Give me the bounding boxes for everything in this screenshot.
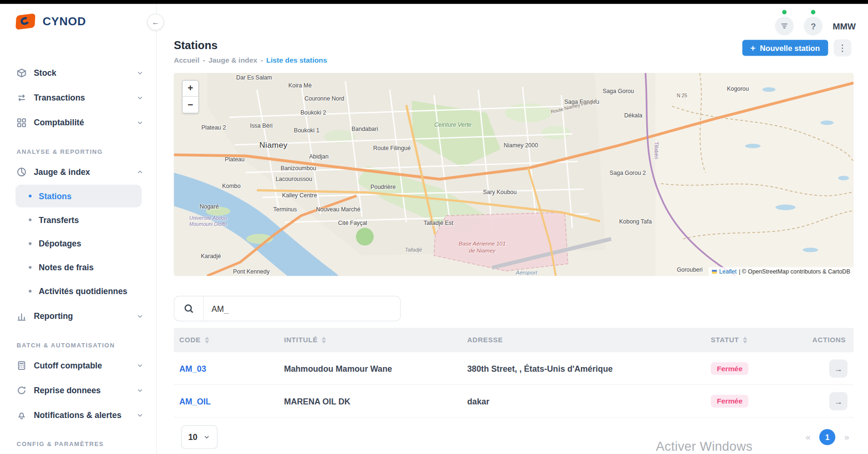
chevron-down-icon xyxy=(203,433,210,440)
title-row: Stations Accueil-Jauge & index-Liste des… xyxy=(174,4,851,64)
title-actions: + Nouvelle station ⋮ xyxy=(742,39,852,57)
chevron-down-icon xyxy=(136,69,144,77)
column-label: INTITULÉ xyxy=(284,336,318,344)
section-analyse-reporting: ANALYSE & REPORTING xyxy=(0,135,156,159)
breadcrumb-accueil[interactable]: Accueil xyxy=(174,56,199,64)
page-size-value: 10 xyxy=(188,432,197,442)
page-controls: « 1 » xyxy=(805,429,849,445)
sidebar-item-label: Jauge & index xyxy=(34,167,90,176)
status-online-dot xyxy=(811,10,815,14)
breadcrumb-separator: - xyxy=(261,56,263,64)
breadcrumb-liste-des-stations[interactable]: Liste des stations xyxy=(266,56,327,64)
app-window: CYNOD Stock Transactions Comptabilité AN… xyxy=(0,0,868,454)
new-station-button[interactable]: + Nouvelle station xyxy=(742,40,828,56)
help-icon[interactable]: ? xyxy=(804,16,823,35)
station-name: MARENA OIL DK xyxy=(284,396,467,405)
column-label: ADRESSE xyxy=(467,336,503,344)
sidebar-item-cutoff-comptable[interactable]: Cutoff comptable xyxy=(0,353,156,378)
column-header-code[interactable]: CODE xyxy=(174,336,284,344)
sidebar-item-transferts[interactable]: Transferts xyxy=(15,209,142,231)
sidebar-item-label: Comptabilité xyxy=(34,118,84,127)
previous-page-button[interactable]: « xyxy=(805,432,810,442)
sort-icon[interactable] xyxy=(743,337,747,343)
stations-map[interactable]: Dar Es SalamKoira MèCouronne NordBoukoki… xyxy=(174,73,853,276)
arrow-right-icon: → xyxy=(834,364,843,373)
calculator-icon xyxy=(16,360,26,370)
bell-icon xyxy=(16,410,26,420)
bullet-icon xyxy=(29,242,32,245)
sidebar-item-depotages[interactable]: Dépotages xyxy=(15,232,142,255)
sidebar-item-label: Reporting xyxy=(34,311,73,321)
chevron-down-icon xyxy=(136,386,144,394)
stations-table: CODE INTITULÉ ADRESSE STATUT xyxy=(174,328,853,418)
column-label: ACTIONS xyxy=(812,336,846,344)
station-code-link[interactable]: AM_03 xyxy=(174,364,284,373)
header-filter-wrap xyxy=(775,9,794,36)
zoom-in-button[interactable]: + xyxy=(182,81,198,97)
column-label: CODE xyxy=(179,336,201,344)
sidebar-item-label: Stock xyxy=(34,68,56,77)
sidebar-item-label: Activités quotidiennes xyxy=(39,287,127,296)
search-input[interactable] xyxy=(203,296,400,321)
leaflet-link[interactable]: Leaflet xyxy=(719,268,737,275)
sidebar-item-label: Notes de frais xyxy=(39,263,94,272)
header-help-wrap: ? xyxy=(804,9,823,36)
search-icon xyxy=(175,296,204,321)
window-top-edge xyxy=(0,0,868,4)
open-station-button[interactable]: → xyxy=(829,392,847,410)
logo-text: CYNOD xyxy=(43,15,86,28)
chevron-down-icon xyxy=(136,312,144,320)
main-area: ? MMW Stations Accueil-Jauge & index-Lis… xyxy=(157,4,868,454)
page-title: Stations xyxy=(174,39,327,52)
page-number-current[interactable]: 1 xyxy=(819,429,835,445)
sort-icon[interactable] xyxy=(204,337,209,343)
chevron-down-icon xyxy=(136,361,144,369)
column-header-intitule[interactable]: INTITULÉ xyxy=(284,336,467,344)
transactions-arrows-icon xyxy=(16,93,26,102)
sidebar-item-activites-quotidiennes[interactable]: Activités quotidiennes xyxy=(15,280,142,302)
station-code-link[interactable]: AM_OIL xyxy=(174,396,284,405)
station-address: 380th Street, , États-Unis d'Amérique xyxy=(467,364,711,373)
sidebar: CYNOD Stock Transactions Comptabilité AN… xyxy=(0,4,157,454)
station-search xyxy=(174,296,401,321)
sidebar-item-label: Transferts xyxy=(39,215,79,224)
header-actions: ? MMW xyxy=(775,9,855,36)
content: Stations Accueil-Jauge & index-Liste des… xyxy=(157,4,868,449)
sidebar-item-reporting[interactable]: Reporting xyxy=(0,303,156,328)
sidebar-collapse-button[interactable]: ← xyxy=(147,14,164,30)
open-station-button[interactable]: → xyxy=(829,359,847,377)
filter-icon[interactable] xyxy=(775,16,794,35)
sidebar-item-comptabilite[interactable]: Comptabilité xyxy=(0,110,156,135)
page-size-select[interactable]: 10 xyxy=(181,425,218,449)
section-config-parametres: CONFIG & PARAMÈTRES xyxy=(0,427,156,452)
sidebar-item-reprise-donnees[interactable]: Reprise donnees xyxy=(0,378,156,403)
bullet-icon xyxy=(29,195,32,197)
gauge-pie-icon xyxy=(16,167,26,177)
sidebar-item-label: Cutoff comptable xyxy=(34,360,102,370)
sidebar-item-notifications-alertes[interactable]: Notifications & alertes xyxy=(0,403,156,427)
column-header-statut[interactable]: STATUT xyxy=(711,336,812,344)
column-header-actions: ACTIONS xyxy=(812,336,853,344)
sidebar-nav: Stock Transactions Comptabilité ANALYSE … xyxy=(0,36,156,452)
more-options-button[interactable]: ⋮ xyxy=(834,39,852,57)
sidebar-item-stock[interactable]: Stock xyxy=(0,60,156,85)
sidebar-item-stations[interactable]: Stations xyxy=(15,185,142,207)
sidebar-item-jauge-index[interactable]: Jauge & index xyxy=(0,159,156,184)
attribution-text: | © OpenStreetMap contributors & CartoDB xyxy=(739,268,850,275)
chevron-down-icon xyxy=(136,119,144,127)
plus-icon: + xyxy=(751,43,756,53)
next-page-button[interactable]: » xyxy=(844,432,849,442)
zoom-out-button[interactable]: − xyxy=(182,97,198,113)
grid-icon xyxy=(16,117,26,127)
windows-activation-watermark: Activer Windows xyxy=(656,439,752,454)
user-avatar[interactable]: MMW xyxy=(833,22,856,31)
sort-icon[interactable] xyxy=(321,337,326,343)
breadcrumb-jauge-index[interactable]: Jauge & index xyxy=(209,56,257,64)
sidebar-item-notes-de-frais[interactable]: Notes de frais xyxy=(15,256,142,279)
refresh-icon xyxy=(16,385,26,395)
chevron-down-icon xyxy=(136,94,144,101)
section-batch-automatisation: BATCH & AUTOMATISATION xyxy=(0,329,156,353)
station-name: Mahmoudou Mamour Wane xyxy=(284,364,467,373)
sidebar-item-transactions[interactable]: Transactions xyxy=(0,85,156,110)
logo[interactable]: CYNOD xyxy=(0,4,156,36)
